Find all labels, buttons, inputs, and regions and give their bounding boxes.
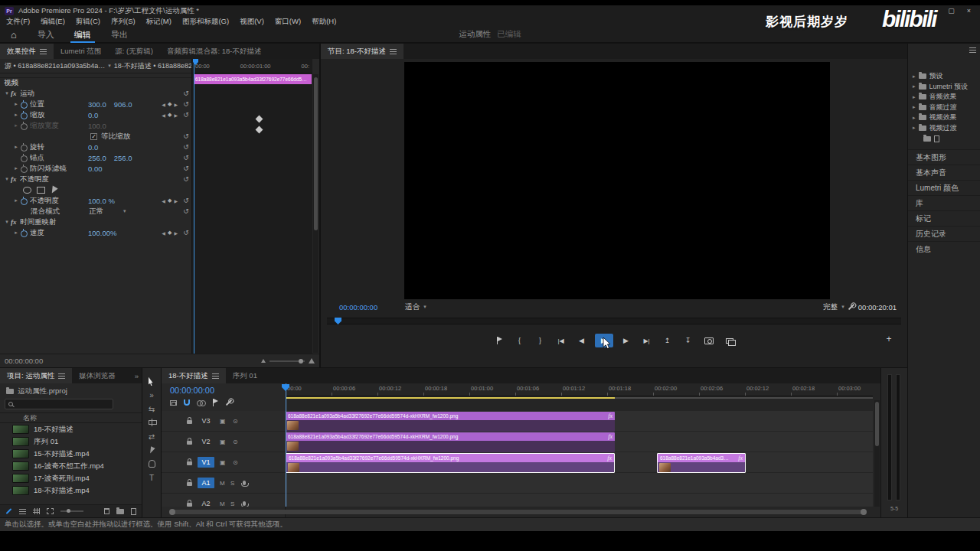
stopwatch-icon[interactable] <box>20 143 28 151</box>
mute-button[interactable]: M <box>220 480 225 487</box>
scale-value[interactable]: 0.0 <box>88 111 98 119</box>
button-editor-button[interactable]: + <box>881 332 897 346</box>
position-x-value[interactable]: 300.0 <box>88 100 106 109</box>
add-marker-button[interactable] <box>492 334 507 347</box>
panel-menu-icon[interactable] <box>40 49 47 54</box>
stopwatch-icon[interactable] <box>20 100 28 108</box>
track-output-eye-icon[interactable]: ⊙ <box>233 439 238 445</box>
project-item[interactable]: 17-波奇死刑.mp4 <box>0 472 142 484</box>
maximize-button[interactable]: ▢ <box>948 7 955 15</box>
tab-project[interactable]: 项目: 运动属性 <box>0 368 72 383</box>
sync-lock-icon[interactable]: ▣ <box>220 418 226 425</box>
icon-view-button[interactable] <box>33 508 40 514</box>
freeform-view-button[interactable] <box>47 508 54 514</box>
voiceover-mic-icon[interactable] <box>243 501 246 506</box>
voiceover-mic-icon[interactable] <box>243 481 246 485</box>
solo-button[interactable]: S <box>230 500 234 507</box>
keyframe-nav[interactable]: ◀◆▶ <box>162 197 181 204</box>
ripple-edit-tool[interactable]: ⇆ <box>142 402 161 416</box>
effects-bin-item[interactable]: ▸ 音频过渡 <box>908 103 980 113</box>
timeline-vscrollbar[interactable] <box>874 400 880 507</box>
track-output-eye-icon[interactable]: ⊙ <box>233 459 238 466</box>
menu-item[interactable]: 图形和标题(G) <box>182 17 229 27</box>
program-scrubber[interactable] <box>327 318 901 324</box>
collapsed-panel-tab[interactable]: 基本声音 <box>908 165 980 180</box>
export-frame-button[interactable] <box>701 334 717 347</box>
collapsed-panel-tab[interactable]: 基本图形 <box>908 149 980 165</box>
lock-icon[interactable] <box>187 503 192 507</box>
type-tool[interactable]: T <box>142 471 161 484</box>
zoom-out-icon[interactable] <box>261 359 266 363</box>
track-v3-header[interactable]: V3 ▣ ⊙ <box>162 411 286 432</box>
track-label-v3[interactable]: V3 <box>198 416 214 426</box>
track-label-a2[interactable]: A2 <box>198 498 214 507</box>
track-label-v2[interactable]: V2 <box>198 436 214 447</box>
home-icon[interactable]: ⌂ <box>0 29 28 41</box>
search-box[interactable] <box>5 399 113 409</box>
tab-program-monitor[interactable]: 节目: 18-不好描述 <box>321 44 403 59</box>
clip-v2[interactable]: 618a88e821e1a093a5b4ad33f27692e77e66dd59… <box>286 432 615 452</box>
mark-out-button[interactable]: } <box>533 334 548 347</box>
stopwatch-icon[interactable] <box>20 111 28 119</box>
menu-item[interactable]: 文件(F) <box>6 17 30 27</box>
track-label-a1[interactable]: A1 <box>198 478 214 488</box>
zoom-slider[interactable] <box>270 360 305 362</box>
collapsed-panel-tab[interactable]: 库 <box>908 195 980 210</box>
ec-row-motion[interactable]: ▾ fx 运动 ↺ <box>0 88 191 99</box>
chevron-down-icon[interactable]: ▾ <box>3 219 11 225</box>
go-to-out-button[interactable]: ▶| <box>639 334 655 347</box>
step-forward-button[interactable]: ▶ <box>619 334 634 347</box>
reset-icon[interactable]: ↺ <box>181 207 191 215</box>
clip-v1-selected[interactable]: 618a88e821e1a093a5b4ad33f27692e77e66dd59… <box>286 453 615 473</box>
solo-button[interactable]: S <box>230 480 234 487</box>
reset-icon[interactable]: ↺ <box>181 90 191 97</box>
lock-icon[interactable] <box>187 420 192 424</box>
extract-button[interactable]: ↧ <box>681 334 696 347</box>
track-a1-lane[interactable] <box>286 473 873 494</box>
timeline-timecode[interactable]: 00:00:00:00 <box>170 386 214 395</box>
chevron-right-icon[interactable]: ▸ <box>12 144 20 150</box>
chevron-right-icon[interactable]: ▸ <box>12 101 20 107</box>
menu-item[interactable]: 视图(V) <box>240 17 264 27</box>
panel-menu-icon[interactable] <box>390 49 397 54</box>
effects-bin-item[interactable]: ▸ 视频过渡 <box>908 123 980 134</box>
keyframe-diamond[interactable] <box>256 116 263 123</box>
track-a2-lane[interactable] <box>286 494 873 507</box>
track-a2-header[interactable]: A2 M S <box>162 494 286 507</box>
track-v2-header[interactable]: V2 ▣ ⊙ <box>162 432 286 452</box>
chevron-right-icon[interactable]: ▸ <box>12 165 20 171</box>
program-playhead[interactable] <box>335 318 341 324</box>
speed-value[interactable]: 100.00% <box>88 229 117 237</box>
ec-scrollbar[interactable] <box>313 74 318 353</box>
go-to-in-button[interactable]: |◀ <box>554 334 569 347</box>
chevron-right-icon[interactable]: ▸ <box>913 73 916 80</box>
reset-icon[interactable]: ↺ <box>181 132 191 140</box>
collapsed-panel-tab[interactable]: 历史记录 <box>908 226 980 241</box>
tab-audio-clip-mixer[interactable]: 音频剪辑混合器: 18-不好描述 <box>160 44 269 59</box>
lock-icon[interactable] <box>187 482 192 486</box>
tab-sequence-active[interactable]: 18-不好描述 <box>162 368 226 383</box>
timeline-playhead[interactable] <box>286 383 286 507</box>
project-item[interactable]: 序列 01 <box>0 435 142 448</box>
clip-v3[interactable]: 618a88e821e1a093a5b4ad33f27692e77e66dd59… <box>286 412 615 432</box>
mute-button[interactable]: M <box>220 500 225 507</box>
new-bin-button[interactable] <box>116 509 124 514</box>
panel-menu-icon[interactable] <box>969 47 976 53</box>
ec-row-opacity-effect[interactable]: ▾ fx 不透明度 ↺ <box>0 174 191 184</box>
search-input[interactable] <box>16 400 100 408</box>
mark-in-button[interactable]: { <box>512 334 528 347</box>
ec-timeline-ruler[interactable]: 00:0000:00:01:0000: <box>192 59 312 73</box>
tab-overflow[interactable]: » <box>132 368 142 383</box>
panel-menu-icon[interactable] <box>58 373 65 379</box>
slip-tool[interactable]: ⇄ <box>142 429 161 443</box>
timeline-hscrollbar[interactable] <box>171 510 865 514</box>
reset-icon[interactable]: ↺ <box>181 229 191 236</box>
project-item[interactable]: 18-不好描述 <box>0 423 142 435</box>
program-timecode[interactable]: 00:00:00:00 <box>339 303 377 311</box>
reset-icon[interactable]: ↺ <box>181 154 191 161</box>
ec-mini-clip[interactable]: 618a88e821e1a093a5b4ad33f27692e77e66dd5… <box>194 74 312 84</box>
thumbnail-zoom-slider[interactable] <box>60 510 83 512</box>
list-view-button[interactable] <box>19 508 26 514</box>
opacity-value[interactable]: 100.0 % <box>88 197 115 205</box>
menu-item[interactable]: 帮助(H) <box>312 17 336 27</box>
